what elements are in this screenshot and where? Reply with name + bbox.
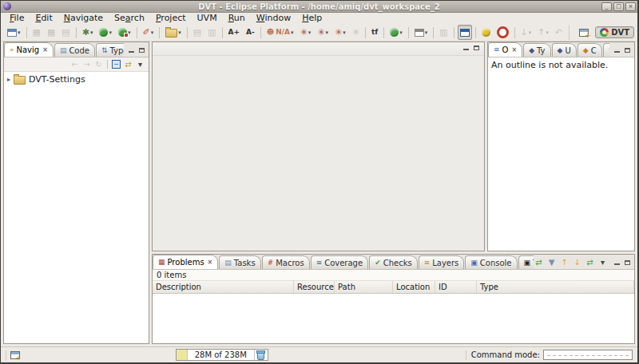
tab-console[interactable]: ▣Console (465, 255, 517, 269)
menu-edit[interactable]: Edit (30, 13, 58, 24)
save-button[interactable]: ▦ (30, 25, 43, 40)
close-window-button[interactable]: × (625, 2, 636, 11)
last-edit-location-button[interactable]: ↶ (553, 25, 565, 40)
command-mode-input[interactable] (543, 350, 633, 360)
expander-icon[interactable]: ▸ (7, 76, 10, 83)
minimize-button[interactable] (613, 46, 621, 54)
menu-uvm[interactable]: UVM (192, 13, 223, 24)
toggle-editor-area-button[interactable] (458, 25, 472, 40)
column-label: ID (439, 283, 447, 291)
collapse-all-button[interactable]: − (111, 59, 121, 69)
waiver-2-button[interactable]: ✳▾ (315, 25, 331, 40)
dropdown-arrow-icon: ▾ (325, 30, 328, 36)
run-last-button[interactable]: ▶▾ (116, 25, 133, 40)
save-all-button[interactable]: ▦ (45, 25, 58, 40)
back-button[interactable]: ← (69, 59, 80, 69)
waiver-1-button[interactable]: ✳▾ (297, 25, 313, 40)
menu-help[interactable]: Help (296, 13, 327, 24)
toggle-tf-button[interactable]: tf (369, 25, 380, 40)
build-status-button[interactable]: ▾ (387, 25, 405, 40)
dvt-perspective-button[interactable]: DVT (595, 26, 634, 38)
group-by-button[interactable]: ⇄ (534, 257, 544, 267)
move-down-button[interactable]: ↓ (572, 257, 582, 267)
tab-problems[interactable]: ▦Problems× (153, 255, 218, 269)
maximize-button[interactable] (623, 259, 631, 267)
minimize-window-button[interactable]: _ (601, 2, 612, 11)
menu-project[interactable]: Project (150, 13, 192, 24)
menu-run[interactable]: Run (223, 13, 251, 24)
menu-file[interactable]: File (4, 13, 30, 24)
tab-code[interactable]: ▤Code (54, 43, 95, 57)
close-icon[interactable]: × (511, 46, 517, 53)
column-header-location[interactable]: Location (393, 281, 435, 293)
close-icon[interactable]: × (42, 46, 48, 53)
open-element-button[interactable]: ▾ (163, 25, 184, 40)
maximize-window-button[interactable]: □ (613, 2, 624, 11)
tab-layers[interactable]: ≡Layers (419, 255, 465, 269)
editor-area (152, 42, 485, 251)
back-button[interactable]: ←▾ (566, 25, 569, 40)
maximize-button[interactable] (623, 46, 631, 54)
checks-icon: ✔ (375, 259, 381, 267)
print-button[interactable]: ▤ (59, 25, 72, 40)
menu-window[interactable]: Window (251, 13, 296, 24)
waiver-4-button[interactable]: ✳ (350, 25, 362, 40)
maximize-icon: □ (616, 4, 621, 10)
previous-edit-button[interactable]: ▤ (191, 25, 204, 40)
dvt-tip-button[interactable] (479, 25, 493, 40)
refresh-button[interactable]: ↻ (93, 59, 104, 69)
tab-macros[interactable]: #Macros (262, 255, 310, 269)
tab-coverage[interactable]: ≡Coverage (311, 255, 368, 269)
column-header-path[interactable]: Path (335, 281, 393, 293)
column-header-id[interactable]: ID (435, 281, 477, 293)
move-up-button[interactable]: ↑ (559, 257, 570, 267)
tab-design[interactable]: ⇅D (603, 43, 609, 57)
font-increase-button[interactable]: A+ (226, 25, 243, 40)
run-button[interactable]: ▶▾ (97, 25, 114, 40)
badge (124, 33, 129, 38)
annotate-button[interactable]: ✐▾ (141, 25, 157, 40)
filter-button[interactable]: ▼ (546, 257, 557, 267)
tab-checks[interactable]: ✔Checks (369, 255, 418, 269)
minimize-button[interactable] (613, 259, 621, 267)
open-perspective-button[interactable] (577, 25, 591, 40)
view-menu-button[interactable]: ▾ (135, 59, 145, 69)
menu-navigate[interactable]: Navigate (58, 13, 109, 24)
editor-layout-button[interactable]: ▾ (412, 25, 431, 40)
menu-search[interactable]: Search (109, 13, 150, 24)
tab-types[interactable]: ◆Ty (523, 43, 550, 57)
minimize-button[interactable] (127, 46, 135, 54)
view-menu-button[interactable]: ▾ (597, 257, 608, 267)
tab-terminal[interactable]: ▣Terminal (518, 255, 534, 269)
font-decrease-button[interactable]: A- (244, 25, 257, 40)
maximize-button[interactable] (472, 44, 480, 52)
column-header-description[interactable]: Description (153, 281, 294, 293)
tree-item-dvt-settings[interactable]: ▸ DVT-Settings (4, 72, 149, 85)
help-support-button[interactable] (494, 25, 511, 40)
column-header-type[interactable]: Type (477, 281, 634, 293)
pin-editor-button[interactable]: ▥ (437, 25, 450, 40)
tab-navig[interactable]: »Navig× (4, 42, 54, 57)
minimize-button[interactable] (462, 44, 470, 52)
new-button[interactable]: ▾ (5, 25, 23, 40)
next-annotation-button[interactable]: ↓▾ (518, 25, 534, 40)
maximize-button[interactable] (137, 46, 145, 54)
tab-tasks[interactable]: ▤Tasks (219, 255, 260, 269)
fast-view-button[interactable] (10, 350, 20, 360)
link-with-editor-button[interactable]: ⇄ (123, 59, 133, 69)
previous-annotation-icon: ↑ (538, 28, 545, 37)
waiver-3-button[interactable]: ✳▾ (332, 25, 348, 40)
tab-uvm-browser[interactable]: ◆U (552, 43, 577, 57)
sync-button[interactable]: ⇄ (585, 257, 595, 267)
previous-annotation-button[interactable]: ↑▾ (535, 25, 551, 40)
tab-checks[interactable]: ◆C (577, 43, 602, 57)
next-edit-button[interactable]: ▥ (205, 25, 218, 40)
close-icon[interactable]: × (208, 259, 213, 266)
compile-waivers-button[interactable]: ☻N/A▾ (264, 25, 296, 40)
forward-button[interactable]: → (81, 59, 92, 69)
column-header-resource[interactable]: Resource (294, 281, 335, 293)
tab-type[interactable]: ⇅Type (96, 43, 124, 57)
run-garbage-collector-button[interactable] (254, 350, 268, 360)
debug-button[interactable]: ✱▾ (80, 25, 96, 40)
tab-outline[interactable]: ≡O× (488, 42, 522, 57)
